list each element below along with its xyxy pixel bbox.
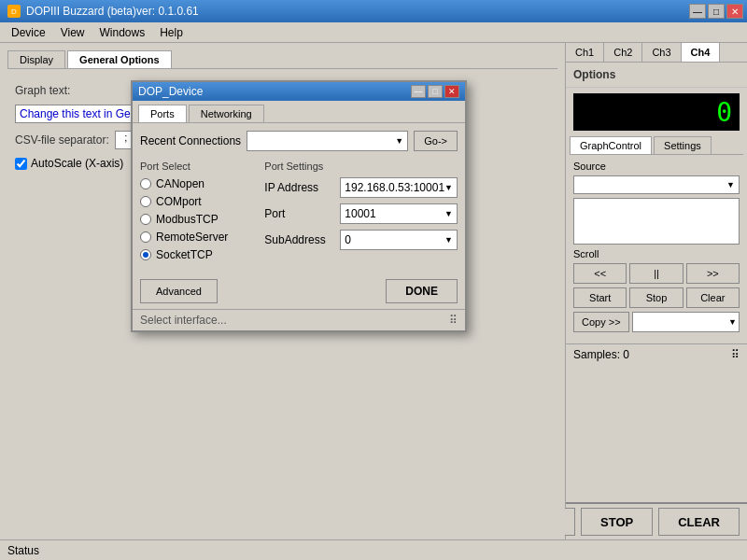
recent-connections-label: Recent Connections <box>140 134 241 147</box>
tab-general-options[interactable]: General Options <box>67 50 172 68</box>
autoscale-checkbox[interactable] <box>15 158 27 170</box>
ip-address-dropdown[interactable]: 192.168.0.53:10001 ▼ <box>340 177 458 198</box>
tab-networking[interactable]: Networking <box>189 105 264 122</box>
port-select-header: Port Select <box>140 161 257 172</box>
radio-comport[interactable]: COMport <box>140 195 257 208</box>
main-tab-bar: Display General Options <box>7 50 557 69</box>
stop-channel-button[interactable]: Stop <box>629 287 683 308</box>
maximize-button[interactable]: □ <box>708 4 725 19</box>
subaddress-value: 0 <box>345 233 351 246</box>
options-header: Options <box>566 63 747 88</box>
radio-sockettcp[interactable]: SocketTCP <box>140 248 257 261</box>
ip-address-label: IP Address <box>264 181 334 194</box>
start-channel-button[interactable]: Start <box>573 287 627 308</box>
clear-channel-button[interactable]: Clear <box>686 287 740 308</box>
menu-help[interactable]: Help <box>152 24 190 41</box>
tab-ch4[interactable]: Ch4 <box>682 43 721 62</box>
port-value: 10001 <box>345 207 375 220</box>
inner-tab-bar: GraphControl Settings <box>570 136 743 155</box>
source-text-area[interactable] <box>573 198 740 245</box>
graph-text-input[interactable]: Change this text in Gene <box>15 105 148 123</box>
port-dropdown[interactable]: 10001 ▼ <box>340 203 458 224</box>
copy-button[interactable]: Copy >> <box>573 312 629 332</box>
radio-canopen-label: CANopen <box>156 177 204 190</box>
port-select-column: Port Select CANopen COMport ModbusTCP <box>140 161 257 266</box>
copy-row: Copy >> ▼ <box>573 312 740 332</box>
display-box: 0 <box>573 93 740 131</box>
action-controls: Start Stop Clear <box>573 287 740 308</box>
radio-sockettcp-label: SocketTCP <box>156 248 213 261</box>
subaddress-row: SubAddress 0 ▼ <box>264 230 458 250</box>
subaddress-dropdown-arrow-icon: ▼ <box>444 235 453 245</box>
tab-settings[interactable]: Settings <box>654 136 712 154</box>
samples-icon: ⠿ <box>731 348 740 361</box>
port-label: Port <box>264 207 334 220</box>
recent-connections-dropdown[interactable]: ▼ <box>247 131 408 151</box>
radio-remoteserver[interactable]: RemoteServer <box>140 231 257 244</box>
graph-text-label: Graph text: <box>15 84 99 97</box>
dialog-minimize-button[interactable]: — <box>411 85 426 98</box>
dropdown-arrow-icon: ▼ <box>395 136 403 146</box>
radio-modbustcp-circle <box>140 214 151 225</box>
stop-button[interactable]: STOP <box>581 508 653 536</box>
menu-bar: Device View Windows Help <box>0 22 747 43</box>
recent-connections-row: Recent Connections ▼ Go-> <box>140 131 458 151</box>
tab-display[interactable]: Display <box>7 50 65 68</box>
canvas-area <box>7 379 557 532</box>
clear-button[interactable]: CLEAR <box>658 508 740 536</box>
port-settings-column: Port Settings IP Address 192.168.0.53:10… <box>264 161 458 266</box>
tab-ports[interactable]: Ports <box>138 105 187 122</box>
tab-ch3[interactable]: Ch3 <box>642 43 681 62</box>
tab-ch1[interactable]: Ch1 <box>566 43 604 62</box>
subaddress-label: SubAddress <box>264 233 334 246</box>
dialog-body: Recent Connections ▼ Go-> Port Select CA… <box>133 123 465 273</box>
dialog-maximize-button[interactable]: □ <box>428 85 443 98</box>
close-button[interactable]: ✕ <box>726 4 743 19</box>
dialog-tab-bar: Ports Networking <box>133 101 465 123</box>
radio-modbustcp[interactable]: ModbusTCP <box>140 213 257 226</box>
dialog-close-button[interactable]: ✕ <box>444 85 459 98</box>
copy-dropdown[interactable]: ▼ <box>632 312 740 332</box>
graph-control-panel: Source ▼ Scroll << || >> Start Stop Clea… <box>566 155 747 343</box>
radio-comport-circle <box>140 196 151 207</box>
bottom-controls: START STOP CLEAR <box>566 502 747 539</box>
csv-separator-label: CSV-file separator: <box>15 133 109 147</box>
left-panel: Display General Options Graph text: Chan… <box>0 43 565 539</box>
menu-view[interactable]: View <box>53 24 92 41</box>
dialog-status-icon: ⠿ <box>449 314 458 327</box>
title-bar-controls: — □ ✕ <box>689 4 743 19</box>
ip-address-row: IP Address 192.168.0.53:10001 ▼ <box>264 177 458 198</box>
tab-ch2[interactable]: Ch2 <box>604 43 642 62</box>
dialog-title-controls: — □ ✕ <box>411 85 459 98</box>
radio-remoteserver-circle <box>140 231 151 243</box>
app-icon: D <box>7 5 21 18</box>
radio-canopen[interactable]: CANopen <box>140 177 257 190</box>
subaddress-dropdown[interactable]: 0 ▼ <box>340 230 458 250</box>
radio-modbustcp-label: ModbusTCP <box>156 213 218 226</box>
title-bar: D DOPIII Buzzard (beta)ver: 0.1.0.61 — □… <box>0 0 747 22</box>
port-dropdown-arrow-icon: ▼ <box>444 209 453 218</box>
status-text: Status <box>7 544 39 557</box>
ip-address-value: 192.168.0.53:10001 <box>345 181 444 194</box>
radio-comport-label: COMport <box>156 195 202 208</box>
autoscale-label: AutoScale (X-axis) <box>31 157 123 170</box>
samples-label: Samples: 0 <box>573 348 629 361</box>
samples-bar: Samples: 0 ⠿ <box>566 343 747 365</box>
scroll-right-button[interactable]: >> <box>686 263 740 284</box>
advanced-button[interactable]: Advanced <box>140 279 218 303</box>
scroll-pause-button[interactable]: || <box>629 263 683 284</box>
radio-remoteserver-label: RemoteServer <box>156 231 228 244</box>
scroll-left-button[interactable]: << <box>573 263 627 284</box>
radio-canopen-circle <box>140 178 151 189</box>
menu-device[interactable]: Device <box>4 24 53 41</box>
ip-dropdown-arrow-icon: ▼ <box>444 183 453 192</box>
dialog-footer: Advanced DONE <box>133 273 465 309</box>
tab-graph-control[interactable]: GraphControl <box>570 136 652 154</box>
dialog-title-bar: DOP_Device — □ ✕ <box>133 82 465 101</box>
minimize-button[interactable]: — <box>689 4 706 19</box>
go-button[interactable]: Go-> <box>414 131 458 151</box>
right-panel: Ch1 Ch2 Ch3 Ch4 Options 0 GraphControl S… <box>565 43 747 539</box>
source-dropdown[interactable]: ▼ <box>573 175 740 194</box>
done-button[interactable]: DONE <box>386 279 458 303</box>
menu-windows[interactable]: Windows <box>92 24 152 41</box>
